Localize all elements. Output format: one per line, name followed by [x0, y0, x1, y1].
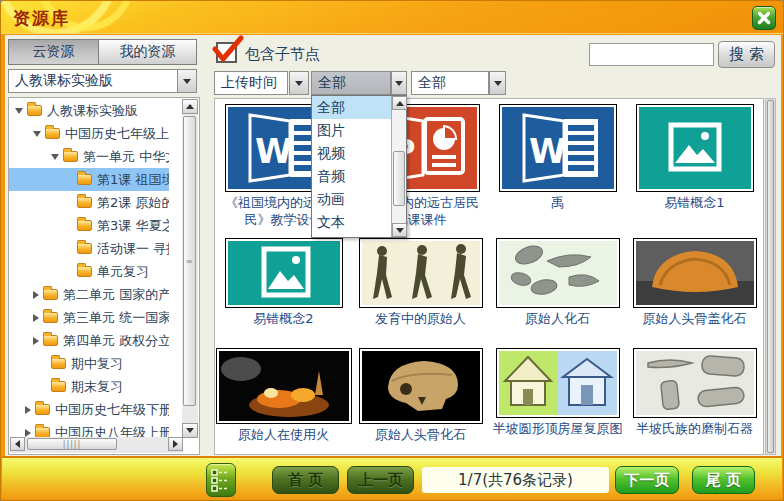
tree-item[interactable]: 活动课一 寻找历史	[9, 237, 169, 260]
tab-label: 我的资源	[120, 43, 176, 61]
tab-cloud-resources[interactable]: 云资源	[8, 39, 99, 65]
resource-type-arrow[interactable]	[391, 71, 407, 95]
resource-item[interactable]: 原始人化石	[489, 233, 626, 343]
page-info-text: 1/7(共76条记录)	[458, 471, 573, 490]
expand-icon[interactable]	[33, 337, 39, 345]
tree-item[interactable]: 期中复习	[9, 352, 169, 375]
tree-item-label: 人教课标实验版	[47, 102, 138, 120]
expand-icon[interactable]	[33, 291, 39, 299]
tree-item[interactable]: 人教课标实验版	[9, 99, 169, 122]
search-input[interactable]	[589, 43, 714, 66]
tree-item[interactable]: 第一单元 中华文明的起源	[9, 145, 169, 168]
scroll-up-button[interactable]	[182, 99, 198, 114]
dropdown-option-label: 视频	[317, 145, 345, 163]
collapse-icon[interactable]	[33, 131, 41, 137]
folder-icon	[77, 220, 92, 231]
scrollbar-thumb[interactable]	[767, 100, 774, 453]
resource-caption: 原始人在使用火	[217, 427, 351, 444]
scrollbar-thumb[interactable]	[393, 151, 405, 206]
resource-item[interactable]: 发育中的原始人	[352, 233, 489, 343]
resource-item[interactable]: 易错概念1	[626, 99, 763, 233]
resource-type-select[interactable]: 全部	[311, 71, 391, 95]
resource-caption: 原始人头骨盖化石	[628, 311, 762, 328]
tree-vertical-scrollbar[interactable]: ≡	[182, 99, 198, 438]
resource-item[interactable]: 原始人在使用火	[215, 343, 352, 456]
expand-icon[interactable]	[25, 406, 31, 414]
collapse-icon[interactable]	[51, 154, 59, 160]
tree-item[interactable]: 第2课 原始的农耕生活	[9, 191, 169, 214]
tree-list-icon	[211, 468, 231, 492]
tree-item[interactable]: 第3课 华夏之祖	[9, 214, 169, 237]
resource-item[interactable]: 半坡氏族的磨制石器	[626, 343, 763, 456]
prev-page-button[interactable]: 上一页	[347, 466, 414, 494]
sort-by-upload-time-select[interactable]: 上传时间	[214, 71, 288, 95]
scrollbar-thumb[interactable]: ≡	[183, 116, 196, 406]
catalog-tree: 人教课标实验版 中国历史七年级上册 第一单元 中华文明的起源 第1课 祖国境内的…	[9, 99, 169, 439]
tree-item-label: 第2课 原始的农耕生活	[97, 194, 169, 212]
svg-text:W: W	[255, 131, 293, 171]
resource-item[interactable]: 原始人头骨盖化石	[626, 233, 763, 343]
next-page-button[interactable]: 下一页	[615, 466, 679, 494]
catalog-tree-panel: 人教课标实验版 中国历史七年级上册 第一单元 中华文明的起源 第1课 祖国境内的…	[8, 97, 200, 455]
collapse-icon[interactable]	[15, 108, 23, 114]
grid-vertical-scrollbar[interactable]	[765, 98, 776, 455]
dropdown-option-label: 文本	[317, 214, 345, 232]
close-button[interactable]	[752, 6, 776, 30]
include-children-checkbox[interactable]	[216, 42, 237, 63]
photo-hominids	[359, 238, 483, 308]
scroll-up-button[interactable]	[392, 96, 407, 110]
last-page-label: 尾 页	[706, 471, 741, 490]
resource-item[interactable]: 半坡圆形顶房屋复原图	[489, 343, 626, 456]
scroll-down-button[interactable]	[182, 423, 198, 438]
tree-item[interactable]: 第四单元 政权分立与民族融合	[9, 329, 169, 352]
tree-item[interactable]: 中国历史七年级上册	[9, 122, 169, 145]
tab-my-resources[interactable]: 我的资源	[98, 39, 197, 65]
first-page-label: 首 页	[288, 471, 323, 490]
search-button-label: 搜 索	[729, 45, 764, 64]
scrollbar-thumb[interactable]: |||||	[27, 438, 117, 450]
publisher-select-arrow[interactable]	[177, 69, 197, 93]
publisher-select[interactable]: 人教课标实验版	[8, 69, 178, 93]
dropdown-option[interactable]: 动画	[312, 188, 391, 211]
folder-icon	[63, 151, 78, 162]
dropdown-option[interactable]: 图片	[312, 119, 391, 142]
scroll-left-button[interactable]	[10, 437, 25, 451]
resource-library-window: 资源库 云资源 我的资源 人教课标实验版 人教课标实验版 中国历史七年级上册 第…	[0, 0, 784, 501]
tree-item[interactable]: 单元复习	[9, 260, 169, 283]
resource-caption: 原始人头骨化石	[354, 427, 488, 444]
resource-subtype-arrow[interactable]	[489, 71, 506, 95]
scroll-right-button[interactable]	[168, 437, 183, 451]
search-button[interactable]: 搜 索	[718, 41, 775, 68]
tab-label: 云资源	[33, 43, 75, 61]
tree-horizontal-scrollbar[interactable]: |||||	[10, 437, 183, 453]
dropdown-option[interactable]: 音频	[312, 165, 391, 188]
resource-item[interactable]: 易错概念2	[215, 233, 352, 343]
folder-icon	[51, 381, 66, 392]
tree-item[interactable]: 期末复习	[9, 375, 169, 398]
dropdown-option[interactable]: 文本	[312, 211, 391, 234]
resource-caption: 半坡氏族的磨制石器	[628, 421, 762, 438]
resource-item[interactable]: 原始人头骨化石	[352, 343, 489, 456]
scroll-down-button[interactable]	[392, 223, 407, 237]
first-page-button[interactable]: 首 页	[272, 466, 339, 494]
resource-caption: 易错概念1	[628, 195, 762, 212]
tree-item-selected[interactable]: 第1课 祖国境内的远古居民	[9, 168, 169, 191]
resource-subtype-select[interactable]: 全部	[411, 71, 489, 95]
title-bar: 资源库	[1, 1, 783, 34]
tree-item[interactable]: 第二单元 国家的产生和社会变革	[9, 283, 169, 306]
dropdown-scrollbar[interactable]	[391, 96, 406, 237]
last-page-button[interactable]: 尾 页	[692, 466, 755, 494]
sort-select-arrow[interactable]	[289, 71, 309, 95]
toggle-tree-button[interactable]	[206, 463, 236, 497]
expand-icon[interactable]	[33, 314, 39, 322]
dropdown-option[interactable]: 全部	[312, 96, 391, 119]
folder-icon	[27, 105, 42, 116]
folder-icon	[43, 289, 58, 300]
tree-item[interactable]: 中国历史七年级下册	[9, 398, 169, 421]
tree-item-label: 第二单元 国家的产生和社会变革	[63, 286, 169, 304]
expand-icon[interactable]	[25, 429, 31, 437]
tree-item[interactable]: 第三单元 统一国家的建立	[9, 306, 169, 329]
dropdown-option[interactable]: 视频	[312, 142, 391, 165]
svg-text:W: W	[529, 131, 567, 171]
resource-item[interactable]: W 禹	[489, 99, 626, 233]
